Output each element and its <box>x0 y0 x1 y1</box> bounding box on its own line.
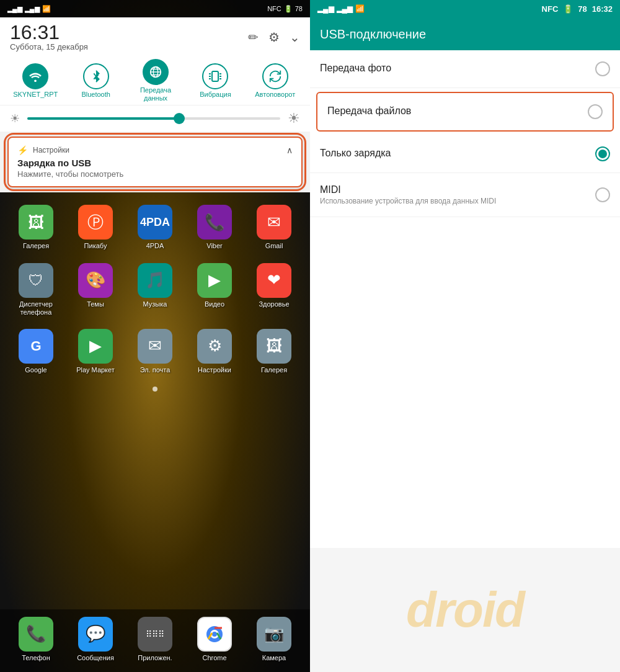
camera-label: Камера <box>262 654 286 662</box>
charge-only-text: Только зарядка <box>320 148 595 160</box>
dock-chrome[interactable]: Chrome <box>190 617 239 662</box>
phone-label: Телефон <box>22 654 50 662</box>
app-row-2: 🛡 Диспетчер телефона 🎨 Темы 🎵 Музыка ▶ В… <box>6 263 304 316</box>
app-email[interactable]: ✉ Эл. почта <box>130 329 180 374</box>
toggle-vibration[interactable]: Вибрация <box>193 63 237 99</box>
notification-subtitle: Нажмите, чтобы посмотреть <box>17 169 293 179</box>
vibration-toggle-icon <box>202 63 228 89</box>
phone-manager-label: Диспетчер телефона <box>11 300 61 316</box>
nav-dot <box>153 387 157 392</box>
themes-label: Темы <box>87 300 104 308</box>
gallery2-label: Галерея <box>261 366 287 374</box>
midi-radio[interactable] <box>595 187 610 202</box>
app-play-market[interactable]: ▶ Play Маркет <box>71 329 120 374</box>
edit-icon[interactable]: ✏ <box>248 30 259 45</box>
brightness-slider[interactable] <box>27 117 280 120</box>
app-health[interactable]: ❤ Здоровье <box>249 263 299 316</box>
viber-label: Viber <box>206 242 222 250</box>
signal-bars2-right: ▂▄▆ <box>337 4 353 13</box>
app-gallery2[interactable]: 🖼 Галерея <box>249 329 299 374</box>
usb-title: USB-подключение <box>320 27 426 41</box>
brightness-high-icon: ☀ <box>288 110 300 127</box>
app-4pda[interactable]: 4PDA 4PDA <box>130 205 180 250</box>
toggle-data[interactable]: Передачаданных <box>134 59 177 102</box>
pikabu-label: Пикабу <box>84 242 107 250</box>
brightness-low-icon: ☀ <box>10 112 20 125</box>
phone-icon: 📞 <box>19 617 53 652</box>
battery-level-right: 78 <box>578 4 587 14</box>
gallery1-icon: 🖼 <box>19 205 53 240</box>
app-phone-manager[interactable]: 🛡 Диспетчер телефона <box>11 263 61 316</box>
toggle-bluetooth[interactable]: Bluetooth <box>74 63 118 99</box>
app-themes[interactable]: 🎨 Темы <box>71 263 120 316</box>
charge-only-label: Только зарядка <box>320 148 595 159</box>
app-gmail[interactable]: ✉ Gmail <box>249 205 299 250</box>
signal-bars-left: ▂▄▆ <box>7 5 22 13</box>
gallery1-label: Галерея <box>23 242 49 250</box>
watermark-area: droid <box>310 548 620 672</box>
watermark-text: droid <box>406 581 524 638</box>
messages-label: Сообщения <box>77 654 114 662</box>
file-transfer-label: Передача файлов <box>327 105 588 117</box>
file-transfer-radio[interactable] <box>588 104 603 119</box>
battery-icon-left: 🔋 <box>284 5 293 13</box>
charge-only-radio[interactable] <box>595 146 610 161</box>
time-info: 16:31 Суббота, 15 декабря <box>10 22 88 52</box>
settings-icon[interactable]: ⚙ <box>268 30 280 45</box>
app-pikabu[interactable]: Ⓟ Пикабу <box>71 205 120 250</box>
app-settings[interactable]: ⚙ Настройки <box>190 329 239 374</box>
left-panel: ▂▄▆ ▂▄▆ 📶 NFC 🔋 78 16:31 Суббота, 15 дек… <box>0 0 310 672</box>
toggle-wifi[interactable]: SKYNET_RPT <box>13 63 58 99</box>
settings-app-label: Настройки <box>198 366 231 374</box>
app-music[interactable]: 🎵 Музыка <box>130 263 180 316</box>
gmail-icon: ✉ <box>257 205 291 240</box>
pikabu-icon: Ⓟ <box>78 205 113 240</box>
settings-app-icon: ⚙ <box>197 329 232 364</box>
app-gallery1[interactable]: 🖼 Галерея <box>11 205 61 250</box>
option-photo-transfer[interactable]: Передача фото <box>310 50 620 88</box>
battery-level-left: 78 <box>295 5 303 12</box>
expand-icon[interactable]: ⌄ <box>290 30 300 45</box>
data-toggle-icon <box>143 59 169 85</box>
svg-point-0 <box>34 79 37 82</box>
dock-camera[interactable]: 📷 Камера <box>249 617 299 662</box>
rotation-toggle-label: Автоповорот <box>255 91 295 99</box>
time-row: 16:31 Суббота, 15 декабря ✏ ⚙ ⌄ <box>0 17 310 54</box>
svg-rect-8 <box>212 71 218 81</box>
usb-icon: ⚡ <box>17 145 28 155</box>
app-row-3: G Google ▶ Play Маркет ✉ Эл. почта ⚙ Нас… <box>6 329 304 374</box>
option-midi[interactable]: MIDI Использование устройства для ввода … <box>310 173 620 217</box>
photo-transfer-radio[interactable] <box>595 61 610 76</box>
google-icon: G <box>19 329 53 364</box>
usb-options: Передача фото Передача файлов Только зар… <box>310 50 620 548</box>
brightness-fill <box>27 117 179 120</box>
option-file-transfer[interactable]: Передача файлов <box>317 93 613 130</box>
play-market-icon: ▶ <box>78 329 113 364</box>
themes-icon: 🎨 <box>78 263 113 298</box>
time-right: 16:32 <box>592 4 613 14</box>
option-charge-only[interactable]: Только зарядка <box>310 135 620 173</box>
messages-icon: 💬 <box>78 617 113 652</box>
app-video[interactable]: ▶ Видео <box>190 263 239 316</box>
dock-messages[interactable]: 💬 Сообщения <box>71 617 120 662</box>
apps-label: Приложен. <box>138 654 172 662</box>
dock-phone[interactable]: 📞 Телефон <box>11 617 61 662</box>
status-bar-right: ▂▄▆ ▂▄▆ 📶 NFC 🔋 78 16:32 <box>310 0 620 17</box>
apps-icon: ⠿⠿⠿ <box>138 617 172 652</box>
midi-text: MIDI Использование устройства для ввода … <box>320 184 595 205</box>
health-label: Здоровье <box>259 300 289 308</box>
app-viber[interactable]: 📞 Viber <box>190 205 239 250</box>
video-label: Видео <box>205 300 224 308</box>
chrome-label: Chrome <box>202 654 226 662</box>
notification-card[interactable]: ⚡ Настройки ∧ Зарядка по USB Нажмите, чт… <box>7 137 303 187</box>
quick-toggles: SKYNET_RPT Bluetooth <box>0 54 310 105</box>
brightness-row: ☀ ☀ <box>0 105 310 132</box>
app-google[interactable]: G Google <box>11 329 61 374</box>
brightness-thumb[interactable] <box>174 113 185 124</box>
app-row-1: 🖼 Галерея Ⓟ Пикабу 4PDA 4PDA 📞 Viber ✉ G… <box>6 205 304 250</box>
midi-label: MIDI <box>320 184 595 195</box>
toggle-rotation[interactable]: Автоповорот <box>254 63 297 99</box>
music-label: Музыка <box>143 300 167 308</box>
option-file-transfer-wrapper: Передача файлов <box>316 92 614 132</box>
dock-apps[interactable]: ⠿⠿⠿ Приложен. <box>130 617 180 662</box>
